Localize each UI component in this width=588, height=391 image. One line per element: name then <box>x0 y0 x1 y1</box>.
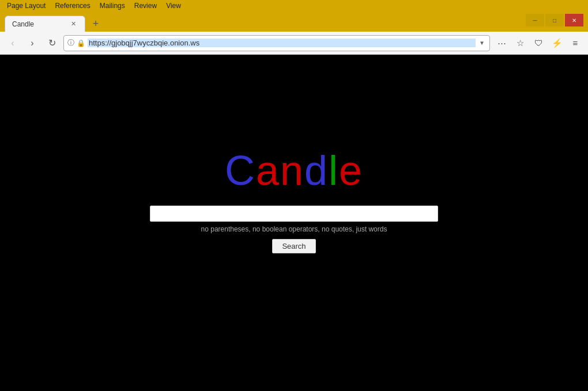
browser-window: Page Layout References Mailings Review V… <box>0 0 588 391</box>
address-bar[interactable]: ⓘ 🔒 ▼ <box>63 35 490 51</box>
menu-page-layout[interactable]: Page Layout <box>2 0 50 12</box>
menu-bar: Page Layout References Mailings Review V… <box>0 0 588 12</box>
bookmark-star-icon[interactable]: ☆ <box>512 35 528 51</box>
reload-button[interactable]: ↻ <box>44 35 60 51</box>
address-dropdown-icon[interactable]: ▼ <box>478 40 486 46</box>
new-tab-button[interactable]: + <box>88 16 104 32</box>
site-logo: Candle <box>225 147 363 194</box>
menu-mailings[interactable]: Mailings <box>95 0 130 12</box>
info-icon: ⓘ <box>67 38 74 48</box>
logo-letter-l: l <box>329 147 339 193</box>
logo-letter-n: n <box>280 147 304 193</box>
shield-icon[interactable]: 🛡 <box>530 35 546 51</box>
logo-letter-d: d <box>304 147 329 193</box>
search-button[interactable]: Search <box>272 239 315 253</box>
minimize-button[interactable]: ─ <box>526 14 544 26</box>
menu-references[interactable]: References <box>50 0 95 12</box>
address-input[interactable] <box>88 39 476 47</box>
back-button[interactable]: ‹ <box>5 35 21 51</box>
search-input[interactable] <box>150 206 438 222</box>
menu-review[interactable]: Review <box>130 0 161 12</box>
extension-icon[interactable]: ⚡ <box>549 35 565 51</box>
logo-letter-C: C <box>225 147 256 193</box>
tab-close-button[interactable]: ✕ <box>69 20 78 29</box>
toolbar: ‹ › ↻ ⓘ 🔒 ▼ ⋯ ☆ 🛡 ⚡ ≡ <box>0 32 588 55</box>
logo-letter-a: a <box>256 147 280 193</box>
browser-tab-candle[interactable]: Candle ✕ <box>5 16 85 32</box>
menu-icon[interactable]: ≡ <box>567 35 583 51</box>
tab-label: Candle <box>12 20 34 28</box>
tab-area: Candle ✕ + <box>5 12 526 32</box>
window-controls: ─ □ ✕ <box>526 12 583 26</box>
close-button[interactable]: ✕ <box>565 14 583 26</box>
title-bar: Candle ✕ + ─ □ ✕ <box>0 12 588 32</box>
logo-letter-e: e <box>339 147 363 193</box>
lock-icon: 🔒 <box>77 39 85 47</box>
toolbar-right: ⋯ ☆ 🛡 ⚡ ≡ <box>493 35 583 51</box>
forward-button[interactable]: › <box>24 35 40 51</box>
search-hint-text: no parentheses, no boolean operators, no… <box>201 225 387 233</box>
more-button[interactable]: ⋯ <box>493 35 510 51</box>
menu-view[interactable]: View <box>161 0 186 12</box>
page-content: Candle no parentheses, no boolean operat… <box>0 55 588 391</box>
maximize-button[interactable]: □ <box>545 14 564 26</box>
